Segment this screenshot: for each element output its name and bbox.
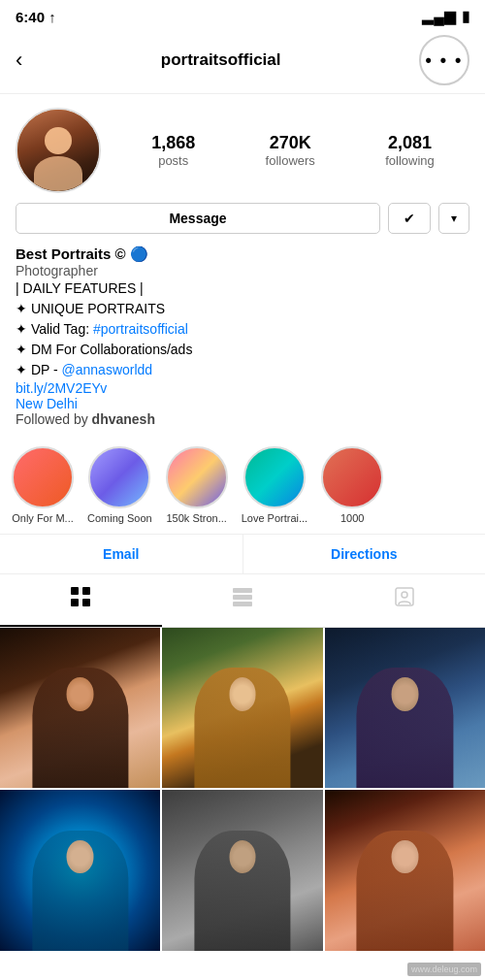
profile-action-buttons: Message ✔ ▾	[0, 203, 485, 245]
grid-icon	[70, 586, 91, 613]
highlight-label-5: 1000	[340, 512, 364, 524]
list-icon	[232, 586, 253, 615]
bio-line2: ✦ UNIQUE PORTRAITS	[16, 299, 469, 319]
bio-line5: ✦ DP - @annasworldd	[16, 360, 469, 380]
highlight-circle-5	[321, 446, 383, 508]
message-button[interactable]: Message	[16, 203, 380, 234]
highlight-label-3: 150k Stron...	[166, 512, 226, 524]
dp-link[interactable]: @annasworldd	[62, 362, 153, 377]
followers-label: followers	[266, 153, 315, 168]
bio-line1: | DAILY FEATURES |	[16, 278, 469, 299]
avatar	[16, 108, 101, 193]
grid-photo-4[interactable]	[0, 790, 160, 950]
status-bar: 6:40 ↑ ▂▄▆ ▮	[0, 0, 485, 29]
svg-rect-0	[71, 587, 79, 595]
followers-stat[interactable]: 270K followers	[266, 133, 315, 168]
dropdown-button[interactable]: ▾	[438, 203, 469, 234]
bio-line4: ✦ DM For Collaborations/ads	[16, 340, 469, 360]
follow-check-button[interactable]: ✔	[388, 203, 431, 234]
contact-row: Email Directions	[0, 535, 485, 574]
grid-photo-6[interactable]	[325, 790, 485, 950]
tabs-row	[0, 574, 485, 628]
tag-icon	[394, 586, 415, 615]
highlight-item[interactable]: Love Portrai...	[242, 446, 307, 524]
highlight-circle-4	[243, 446, 306, 508]
following-label: following	[385, 153, 435, 168]
email-button[interactable]: Email	[0, 535, 242, 573]
svg-point-8	[402, 592, 407, 598]
svg-rect-2	[71, 599, 79, 606]
followed-by: Followed by dhvanesh	[16, 411, 469, 427]
status-time: 6:40 ↑	[16, 9, 56, 25]
tab-list[interactable]	[162, 574, 324, 627]
highlight-label-4: Love Portrai...	[242, 512, 307, 524]
profile-top: 1,868 posts 270K followers 2,081 followi…	[0, 94, 485, 203]
highlight-item[interactable]: 1000	[321, 446, 383, 524]
highlights-row: Only For M... Coming Soon 150k Stron... …	[0, 437, 485, 535]
grid-photo-1[interactable]	[0, 628, 160, 788]
highlight-label-2: Coming Soon	[87, 512, 152, 524]
svg-rect-6	[233, 602, 252, 606]
bio-name: Best Portraits © 🔵	[16, 245, 469, 263]
svg-rect-5	[233, 595, 252, 600]
followers-count: 270K	[270, 133, 311, 153]
directions-button[interactable]: Directions	[243, 535, 486, 573]
battery-icon: ▮	[462, 8, 469, 25]
following-count: 2,081	[388, 133, 432, 153]
svg-rect-3	[82, 599, 90, 606]
website-link[interactable]: bit.ly/2MV2EYv	[16, 380, 469, 396]
photo-grid	[0, 628, 485, 951]
svg-rect-7	[396, 588, 413, 605]
tab-tagged[interactable]	[323, 574, 485, 627]
watermark: www.deleug.com	[407, 963, 481, 976]
highlight-circle-2	[88, 446, 150, 508]
bio-section: Best Portraits © 🔵 Photographer | DAILY …	[0, 245, 485, 437]
tab-grid[interactable]	[0, 574, 162, 627]
status-indicators: ▂▄▆ ▮	[422, 8, 469, 25]
signal-icon: ▂▄▆	[422, 8, 456, 25]
profile-stats: 1,868 posts 270K followers 2,081 followi…	[116, 133, 469, 168]
back-button[interactable]: ‹	[16, 48, 22, 73]
hashtag-link[interactable]: #portraitsofficial	[93, 321, 188, 337]
grid-photo-2[interactable]	[162, 628, 322, 788]
profile-header: ‹ portraitsofficial • • •	[0, 29, 485, 94]
highlight-item[interactable]: Only For M...	[12, 446, 74, 524]
bio-category: Photographer	[16, 263, 469, 278]
posts-stat[interactable]: 1,868 posts	[151, 133, 195, 168]
bio-line3: ✦ Valid Tag: #portraitsofficial	[16, 319, 469, 340]
highlight-circle-3	[166, 446, 228, 508]
posts-count: 1,868	[151, 133, 195, 153]
more-options-button[interactable]: • • •	[419, 35, 469, 85]
highlight-item[interactable]: Coming Soon	[87, 446, 152, 524]
posts-label: posts	[158, 153, 188, 168]
svg-rect-1	[82, 587, 90, 595]
svg-rect-4	[233, 588, 252, 593]
highlight-label-1: Only For M...	[12, 512, 74, 524]
following-stat[interactable]: 2,081 following	[385, 133, 435, 168]
location: New Delhi	[16, 396, 469, 411]
highlight-circle-1	[12, 446, 74, 508]
grid-photo-3[interactable]	[325, 628, 485, 788]
grid-photo-5[interactable]	[162, 790, 322, 950]
highlight-item[interactable]: 150k Stron...	[166, 446, 228, 524]
username-header: portraitsofficial	[161, 50, 281, 70]
